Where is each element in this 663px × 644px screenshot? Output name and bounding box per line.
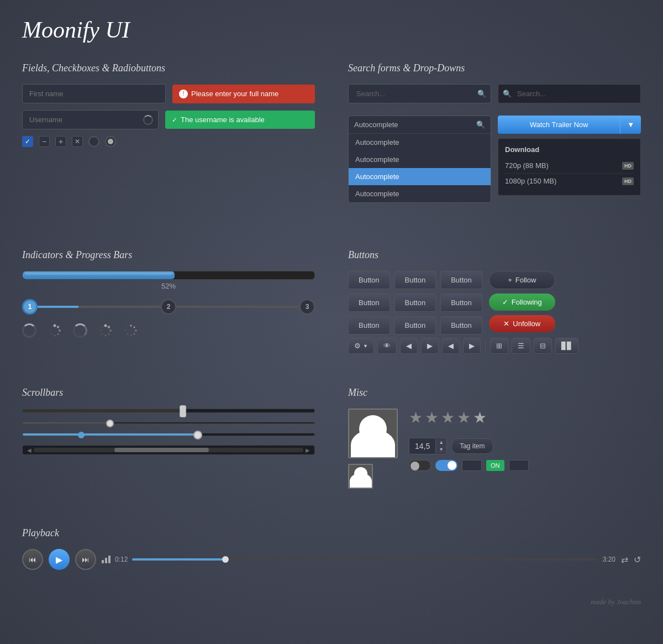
volume-indicator [102,556,110,563]
search-section: Search forms & Drop-Downs 🔍 🔍 🔍 Autocomp… [348,62,641,216]
list-view-button[interactable]: ☰ [512,338,530,354]
toggle-rect-1[interactable] [462,460,482,471]
slider-2-thumb[interactable] [106,420,114,427]
h-scrollbar: ◀ ▶ [22,445,315,455]
radio-on[interactable] [105,136,116,147]
toggle-on-button[interactable]: ON [486,460,504,471]
download-option-1080[interactable]: 1080p (150 MB) HD [505,174,634,189]
slider-3-row [22,433,315,436]
button-6[interactable]: Button [440,294,482,312]
h-scrollbar-thumb[interactable] [114,448,209,452]
back-button[interactable]: ◀ [442,338,460,354]
watch-trailer-button[interactable]: Watch Trailer Now [498,116,620,134]
scroll-left-arrow[interactable]: ◀ [25,447,34,453]
forward-button[interactable]: ▶ [463,338,481,354]
loader-3 [73,323,88,339]
progress-bar-track [22,271,315,280]
toggle-2[interactable] [435,460,457,471]
loading-spinner [143,115,153,125]
button-7[interactable]: Button [348,316,390,334]
number-up-button[interactable]: ▲ [435,439,446,446]
autocomplete-item-1[interactable]: Autocomplete [349,151,491,168]
controls-row: ✓ − + ✕ [22,136,315,147]
follow-plus-icon: + [508,276,512,284]
autocomplete-item-0[interactable]: Autocomplete [349,134,491,151]
buttons-row-3: Button Button Button [348,316,482,334]
shuffle-button[interactable]: ⇄ [621,554,628,565]
toggle-1[interactable] [409,460,431,471]
autocomplete-section: 🔍 Autocomplete Autocomplete Autocomplete… [348,116,491,210]
playback-track[interactable] [132,558,598,561]
checkbox-x[interactable]: ✕ [72,136,83,147]
repeat-button[interactable]: ↺ [634,554,641,565]
button-2[interactable]: Button [394,271,436,289]
button-9[interactable]: Button [440,316,482,334]
eye-button[interactable]: 👁 [377,338,397,354]
fast-forward-button[interactable]: ⏭ [75,549,96,570]
avatar-small [348,464,373,489]
button-5[interactable]: Button [394,294,436,312]
slider-3-thumb-2[interactable] [78,432,85,438]
autocomplete-header: 🔍 [349,116,491,134]
autocomplete-input[interactable] [354,121,476,129]
checkbox-minus[interactable]: − [39,136,50,147]
rewind-button[interactable]: ⏮ [22,549,43,570]
search-input-light[interactable] [353,85,477,103]
misc-row: ★ ★ ★ ★ ★ 14,5 ▲ ▼ Tag item [348,409,641,489]
step-node-1: 1 [22,299,38,315]
chart-icon: ▊▊ [561,342,572,350]
svg-point-22 [125,330,127,332]
step-track-fill-1 [38,306,78,308]
fields-section: Fields, Checkboxes & Radiobuttons ! Plea… [22,62,315,216]
unfollow-button[interactable]: ✕ Unfollow [489,315,555,332]
button-4[interactable]: Button [348,294,390,312]
play-button[interactable]: ▶ [49,549,70,570]
watch-trailer-dropdown-button[interactable]: ▼ [620,116,641,134]
toggle-2-thumb [448,461,456,470]
misc-section-title: Misc [348,387,641,399]
chart-view-button[interactable]: ▊▊ [555,338,578,354]
button-1[interactable]: Button [348,271,390,289]
autocomplete-item-2[interactable]: Autocomplete [349,168,491,185]
search-section-title: Search forms & Drop-Downs [348,62,641,74]
settings-dropdown-button[interactable]: ⚙ ▼ [348,338,374,354]
username-input[interactable] [22,110,159,129]
svg-point-15 [102,327,103,328]
columns-view-button[interactable]: ⊟ [534,338,552,354]
star-2[interactable]: ★ [425,409,439,427]
buttons-section-title: Buttons [348,249,641,261]
star-4[interactable]: ★ [457,409,471,427]
first-name-input[interactable] [22,84,166,103]
playback-fill [132,558,225,561]
star-5[interactable]: ★ [473,409,487,427]
number-down-button[interactable]: ▼ [435,446,446,453]
slider-3-thumb[interactable] [193,431,202,439]
grid-view-button[interactable]: ⊞ [490,338,508,354]
following-button[interactable]: ✓ Following [489,294,555,311]
tag-item-button[interactable]: Tag item [451,438,493,454]
avatar-body [351,430,395,457]
slider-1-row [22,409,315,413]
download-option-720[interactable]: 720p (88 MB) HD [505,158,634,174]
star-1[interactable]: ★ [409,409,423,427]
checkbox-plus[interactable]: + [55,136,66,147]
radio-off[interactable] [88,136,99,147]
playback-thumb[interactable] [222,556,229,563]
autocomplete-item-3[interactable]: Autocomplete [349,185,491,202]
button-3[interactable]: Button [440,271,482,289]
scroll-right-arrow[interactable]: ▶ [303,447,312,453]
toggle-rect-2[interactable] [509,460,529,471]
slider-2-fill [23,422,110,423]
follow-button[interactable]: + Follow [489,271,555,289]
next-button[interactable]: ▶ [421,338,439,354]
slider-1-thumb[interactable] [180,405,186,417]
search-input-dark[interactable] [514,85,636,103]
success-icon: ✓ [172,116,177,124]
button-8[interactable]: Button [394,316,436,334]
playback-section: Playback ⏮ ▶ ⏭ 0:12 3:20 ⇄ ↺ [22,527,641,570]
unfollow-x-icon: ✕ [503,320,509,328]
star-3[interactable]: ★ [441,409,455,427]
prev-button[interactable]: ◀ [400,338,418,354]
username-row: ✓ The username is available [22,110,315,129]
checkbox-checked[interactable]: ✓ [22,136,33,147]
